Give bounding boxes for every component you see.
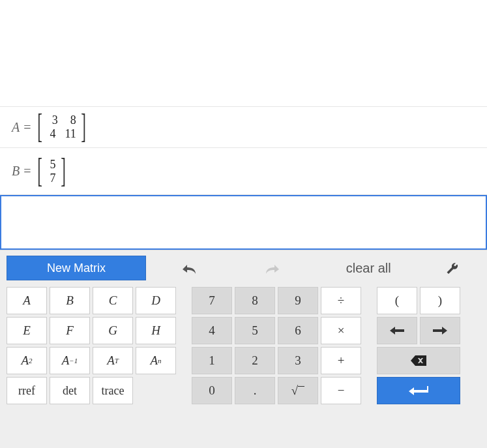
key-a-transpose[interactable]: AT [93, 347, 133, 374]
backspace-icon [411, 355, 426, 366]
wrench-icon [446, 261, 459, 275]
key-rref[interactable]: rref [7, 377, 47, 404]
number-keys: 7 8 9 ÷ 4 5 6 × 1 2 3 + 0 . √ − [192, 287, 361, 404]
key-4[interactable]: 4 [192, 317, 232, 344]
keypad-area: New Matrix clear all A B C D E F G H [0, 250, 487, 448]
matrix-a: [ 3 8 4 11 ] [35, 113, 88, 141]
key-5[interactable]: 5 [235, 317, 275, 344]
toolbar: New Matrix clear all [7, 256, 480, 280]
expression-input[interactable] [0, 195, 487, 250]
matrix-a-name: A [12, 120, 20, 135]
key-dot[interactable]: . [235, 377, 275, 404]
key-0[interactable]: 0 [192, 377, 232, 404]
key-cursor-left[interactable] [377, 317, 417, 344]
key-9[interactable]: 9 [278, 287, 318, 314]
undo-button[interactable] [149, 256, 229, 280]
matrix-b-cell-0-0: 5 [47, 158, 56, 172]
enter-icon [409, 386, 428, 395]
key-divide[interactable]: ÷ [321, 287, 361, 314]
display-area [0, 0, 487, 107]
key-enter[interactable] [377, 377, 460, 404]
key-var-e[interactable]: E [7, 317, 47, 344]
matrix-b-name: B [12, 164, 20, 179]
key-8[interactable]: 8 [235, 287, 275, 314]
arrow-right-icon [433, 327, 447, 335]
key-2[interactable]: 2 [235, 347, 275, 374]
matrix-a-cell-0-1: 8 [67, 113, 76, 127]
key-sqrt[interactable]: √ [278, 377, 318, 404]
key-det[interactable]: det [50, 377, 90, 404]
matrix-b: [ 5 7 ] [35, 158, 68, 185]
equals-sign: = [23, 120, 31, 135]
key-plus[interactable]: + [321, 347, 361, 374]
matrix-a-cell-0-0: 3 [49, 113, 58, 127]
variable-keys: A B C D E F G H A2 A−1 AT An rref det tr… [7, 287, 176, 404]
undo-icon [180, 262, 198, 274]
key-rparen[interactable]: ) [420, 287, 460, 314]
redo-icon [263, 262, 282, 274]
matrix-b-row: B = [ 5 7 ] [0, 148, 487, 195]
key-var-d[interactable]: D [136, 287, 176, 314]
keypad: A B C D E F G H A2 A−1 AT An rref det tr… [7, 287, 480, 404]
matrix-a-cell-1-0: 4 [47, 127, 56, 141]
key-6[interactable]: 6 [278, 317, 318, 344]
key-backspace[interactable] [377, 347, 460, 374]
settings-button[interactable] [424, 256, 480, 280]
key-a-squared[interactable]: A2 [7, 347, 47, 374]
key-minus[interactable]: − [321, 377, 361, 404]
key-cursor-right[interactable] [420, 317, 460, 344]
key-lparen[interactable]: ( [377, 287, 417, 314]
key-var-h[interactable]: H [136, 317, 176, 344]
key-a-power[interactable]: An [136, 347, 176, 374]
redo-button[interactable] [232, 256, 313, 280]
key-var-g[interactable]: G [93, 317, 133, 344]
matrix-b-cell-1-0: 7 [47, 172, 56, 185]
key-var-b[interactable]: B [50, 287, 90, 314]
key-var-f[interactable]: F [50, 317, 90, 344]
key-multiply[interactable]: × [321, 317, 361, 344]
key-var-a[interactable]: A [7, 287, 47, 314]
nav-keys: ( ) [377, 287, 460, 404]
key-var-c[interactable]: C [93, 287, 133, 314]
key-1[interactable]: 1 [192, 347, 232, 374]
matrix-a-row: A = [ 3 8 4 11 ] [0, 107, 487, 148]
clear-all-button[interactable]: clear all [316, 256, 422, 280]
equals-sign: = [23, 164, 31, 179]
new-matrix-button[interactable]: New Matrix [7, 256, 146, 280]
key-3[interactable]: 3 [278, 347, 318, 374]
key-7[interactable]: 7 [192, 287, 232, 314]
key-trace[interactable]: trace [93, 377, 133, 404]
matrix-a-cell-1-1: 11 [65, 127, 76, 141]
arrow-left-icon [390, 327, 404, 335]
key-a-inverse[interactable]: A−1 [50, 347, 90, 374]
